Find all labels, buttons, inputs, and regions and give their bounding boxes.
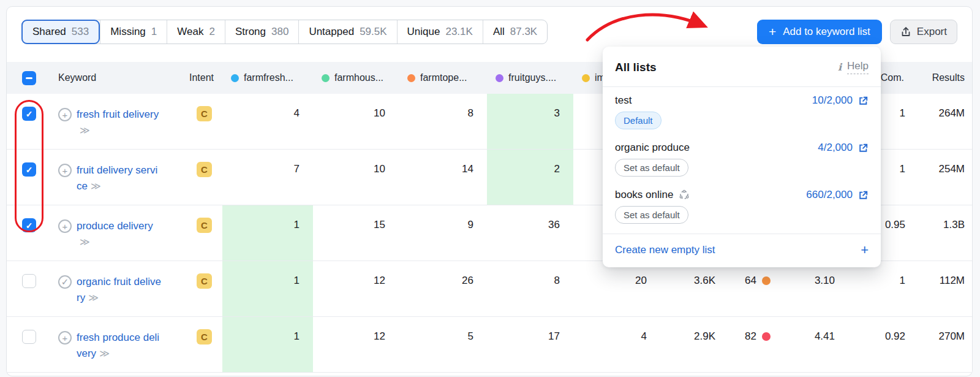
set-as-default-button[interactable]: Set as default xyxy=(615,159,688,177)
check-icon: ✓ xyxy=(26,109,33,119)
keyword-link[interactable]: fruit delivery service xyxy=(77,164,157,192)
list-count-link[interactable]: 10/2,000 xyxy=(812,94,869,107)
list-name: test xyxy=(615,94,631,107)
keyword-link[interactable]: fresh fruit delivery xyxy=(77,109,159,120)
tab-label: Unique xyxy=(407,26,440,38)
tab-all[interactable]: All 87.3K xyxy=(483,20,547,44)
rank-cell: 17 xyxy=(487,317,573,372)
tab-shared[interactable]: Shared 533 xyxy=(21,20,100,44)
row-checkbox[interactable]: ✓ xyxy=(22,162,36,177)
column-header-competitor-4[interactable]: fruitguys.... xyxy=(487,72,573,83)
tab-label: Untapped xyxy=(309,26,354,38)
list-name: books online xyxy=(615,189,690,201)
rank-cell: 8 xyxy=(487,261,573,316)
list-count-link[interactable]: 660/2,000 xyxy=(806,189,869,201)
list-item: test 10/2,000 xyxy=(615,94,869,107)
row-checkbox[interactable]: ✓ xyxy=(22,218,36,232)
tab-weak[interactable]: Weak 2 xyxy=(167,20,225,44)
rank-cell: 20 xyxy=(573,261,659,316)
add-keyword-circle-icon[interactable]: + xyxy=(58,164,72,177)
tab-label: Weak xyxy=(177,26,203,38)
external-link-icon xyxy=(858,143,869,153)
column-header-competitor-2[interactable]: farmhous... xyxy=(313,72,399,83)
rank-cell-highlighted: 3 xyxy=(487,94,573,149)
list-item: books online 660/2,000 xyxy=(615,189,869,201)
volume-cell: 2.9K xyxy=(659,317,720,372)
intent-badge: C xyxy=(197,162,212,177)
intent-badge: C xyxy=(197,106,212,121)
intent-badge: C xyxy=(197,329,212,345)
tab-label: Shared xyxy=(32,26,66,38)
external-link-icon xyxy=(858,96,869,106)
rank-cell: 9 xyxy=(399,205,487,261)
tab-untapped[interactable]: Untapped 59.5K xyxy=(298,20,396,44)
rank-cell: 7 xyxy=(222,150,313,205)
tab-unique[interactable]: Unique 23.1K xyxy=(397,20,483,44)
cpc-cell: 4.41 xyxy=(775,317,840,372)
rank-cell: 8 xyxy=(399,94,487,149)
volume-cell: 3.6K xyxy=(659,261,720,316)
create-new-list-button[interactable]: Create new empty list + xyxy=(603,234,881,267)
check-icon: ✓ xyxy=(26,221,33,230)
add-keyword-circle-icon[interactable]: + xyxy=(58,331,72,345)
rank-cell: 12 xyxy=(313,317,399,372)
row-checkbox[interactable] xyxy=(22,330,36,344)
in-list-check-circle-icon[interactable]: ✓ xyxy=(58,275,72,289)
column-header-keyword[interactable]: Keyword xyxy=(50,72,189,83)
add-keyword-circle-icon[interactable]: + xyxy=(58,108,72,121)
double-chevron-icon[interactable]: ≫ xyxy=(80,125,89,135)
row-checkbox[interactable] xyxy=(22,274,36,288)
tab-count: 87.3K xyxy=(510,26,537,38)
select-all-checkbox[interactable] xyxy=(22,71,36,85)
row-checkbox[interactable]: ✓ xyxy=(22,107,36,121)
double-chevron-icon[interactable]: ≫ xyxy=(80,237,89,247)
tab-missing[interactable]: Missing 1 xyxy=(100,20,167,44)
results-cell: 254M xyxy=(910,150,973,205)
rank-cell: 4 xyxy=(573,317,659,372)
rank-cell-highlighted: 1 xyxy=(222,317,313,372)
competitor-dot-icon xyxy=(322,74,330,82)
column-header-competitor-1[interactable]: farmfresh... xyxy=(222,72,313,83)
com-cell: 0.92 xyxy=(840,317,910,372)
plus-icon: + xyxy=(769,25,776,38)
column-header-competitor-3[interactable]: farmtope... xyxy=(399,72,487,83)
rank-cell-highlighted: 1 xyxy=(222,261,313,316)
set-as-default-button[interactable]: Set as default xyxy=(615,206,688,224)
export-icon xyxy=(900,26,911,37)
results-cell: 264M xyxy=(910,94,973,149)
tab-label: Missing xyxy=(110,26,146,38)
keyword-link[interactable]: fresh produce delivery xyxy=(77,332,159,359)
results-cell: 112M xyxy=(910,261,973,316)
intent-badge: C xyxy=(197,218,212,233)
tab-count: 1 xyxy=(151,26,157,38)
rank-cell: 12 xyxy=(313,261,399,316)
tab-count: 533 xyxy=(72,26,89,38)
results-cell: 270M xyxy=(910,317,973,372)
competitor-dot-icon xyxy=(582,74,590,82)
list-name: organic produce xyxy=(615,142,690,154)
rank-cell: 26 xyxy=(399,261,487,316)
keyword-gap-panel: Shared 533 Missing 1 Weak 2 Strong 380 U… xyxy=(6,6,973,376)
list-count-link[interactable]: 4/2,000 xyxy=(818,142,869,154)
add-to-keyword-list-button[interactable]: + Add to keyword list xyxy=(757,20,882,44)
add-keyword-circle-icon[interactable]: + xyxy=(58,219,72,233)
column-header-intent[interactable]: Intent xyxy=(189,72,222,83)
kd-cell: 82 xyxy=(720,317,775,372)
rank-cell-highlighted: 2 xyxy=(487,150,573,205)
export-button[interactable]: Export xyxy=(890,20,957,44)
double-chevron-icon[interactable]: ≫ xyxy=(88,292,97,303)
tab-count: 2 xyxy=(209,26,214,38)
results-cell: 1.3B xyxy=(910,205,973,261)
tab-strong[interactable]: Strong 380 xyxy=(225,20,298,44)
keyword-filter-tabs: Shared 533 Missing 1 Weak 2 Strong 380 U… xyxy=(21,20,548,44)
double-chevron-icon[interactable]: ≫ xyxy=(91,181,100,191)
keyword-link[interactable]: produce delivery xyxy=(77,220,153,232)
help-link[interactable]: i Help xyxy=(838,60,869,74)
all-lists-popup: All lists i Help test 10/2,000 Default o… xyxy=(603,47,881,267)
rank-cell: 5 xyxy=(399,317,487,372)
double-chevron-icon[interactable]: ≫ xyxy=(99,348,108,359)
rank-cell-highlighted: 1 xyxy=(222,205,313,261)
tab-count: 59.5K xyxy=(360,26,386,38)
column-header-results[interactable]: Results xyxy=(910,72,973,83)
default-badge: Default xyxy=(615,112,662,129)
